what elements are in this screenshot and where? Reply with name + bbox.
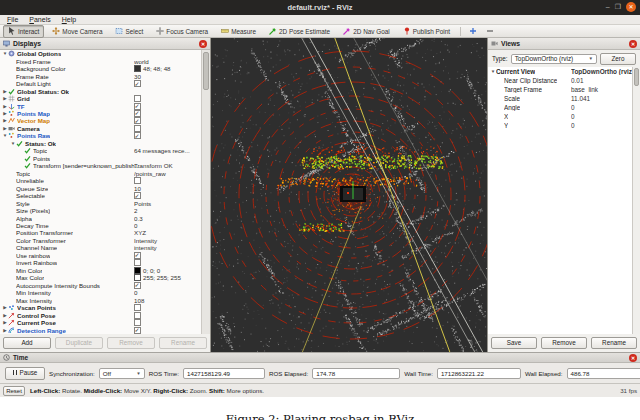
checkbox[interactable]	[134, 103, 141, 110]
checkbox[interactable]	[134, 282, 141, 289]
checkbox[interactable]	[134, 117, 141, 124]
display-row-grid[interactable]: ▶Grid	[0, 95, 202, 102]
displays-panel-header[interactable]: Displays ✕	[0, 38, 210, 50]
property-row-max-color[interactable]: Max Color255; 255; 255	[0, 274, 202, 281]
property-row-x[interactable]: X0	[488, 112, 633, 121]
display-row-tf[interactable]: ▶TF	[0, 102, 202, 109]
views-panel-header[interactable]: Views ✕	[488, 38, 640, 50]
title-bar[interactable]: default.rviz* - RViz – ❐ ✕	[0, 0, 640, 15]
wall-elapsed-field[interactable]: 486.78	[567, 368, 640, 379]
display-row-points-raw[interactable]: ▼Points Raw	[0, 132, 202, 139]
tool-2d-nav-goal[interactable]: 2D Nav Goal	[338, 25, 395, 38]
rename-button[interactable]: Rename	[591, 337, 637, 349]
maximize-icon[interactable]: ❐	[615, 2, 621, 12]
display-row-current-pose[interactable]: ▶Current Pose	[0, 319, 202, 326]
display-row-control-pose[interactable]: ▶Control Pose	[0, 311, 202, 318]
display-row-camera[interactable]: ▶Camera	[0, 125, 202, 132]
property-row-target-frame[interactable]: Target Framebase_link	[488, 85, 633, 94]
minimize-icon[interactable]: –	[606, 2, 610, 12]
checkbox[interactable]	[134, 327, 141, 334]
checkbox[interactable]	[134, 125, 141, 132]
property-row-channel-name[interactable]: Channel Nameintensity	[0, 244, 202, 251]
property-row-color-transformer[interactable]: Color TransformerIntensity	[0, 237, 202, 244]
displays-scrollbar[interactable]	[201, 50, 210, 334]
close-panel-icon[interactable]: ✕	[629, 354, 637, 362]
display-row-vscan-points[interactable]: ▶Vscan Points	[0, 304, 202, 311]
remove-button[interactable]: Remove	[541, 337, 587, 349]
property-row-fixed-frame[interactable]: Fixed Frameworld	[0, 57, 202, 64]
menu-panels[interactable]: Panels	[29, 16, 50, 23]
close-panel-icon[interactable]: ✕	[199, 40, 207, 48]
tool-2d-pose-estimate[interactable]: 2D Pose Estimate	[264, 25, 335, 38]
property-row-max-intensity[interactable]: Max Intensity108	[0, 296, 202, 303]
checkbox[interactable]	[134, 319, 141, 326]
property-row-current-view[interactable]: ▼Current ViewTopDownOrtho (rviz)	[488, 67, 633, 76]
save-button[interactable]: Save	[491, 337, 537, 349]
add-button[interactable]: Add	[3, 337, 51, 349]
property-row-points[interactable]: Points	[0, 155, 202, 162]
close-panel-icon[interactable]: ✕	[629, 40, 637, 48]
pause-button[interactable]: Pause	[5, 367, 45, 380]
wall-time-field[interactable]: 1712863221.22	[437, 368, 521, 379]
checkbox[interactable]	[134, 132, 141, 139]
property-row-angle[interactable]: Angle0	[488, 103, 633, 112]
checkbox[interactable]	[134, 252, 141, 259]
checkbox[interactable]	[134, 95, 141, 102]
3d-viewport[interactable]	[211, 38, 487, 352]
checkbox[interactable]	[134, 312, 141, 319]
display-row-detection-range[interactable]: ▶Detection Range	[0, 326, 202, 333]
property-row-size-pixels[interactable]: Size (Pixels)2	[0, 207, 202, 214]
property-row-style[interactable]: StylePoints	[0, 199, 202, 206]
property-row-selectable[interactable]: Selectable	[0, 192, 202, 199]
property-row-alpha[interactable]: Alpha0.3	[0, 214, 202, 221]
checkbox[interactable]	[134, 304, 141, 311]
checkbox[interactable]	[134, 110, 141, 117]
property-row-decay-time[interactable]: Decay Time0	[0, 222, 202, 229]
tool-focus-camera[interactable]: Focus Camera	[151, 25, 213, 38]
property-row-status-ok[interactable]: ▼Status: Ok	[0, 140, 202, 147]
tool-move-camera[interactable]: Move Camera	[47, 25, 107, 38]
property-row-topic[interactable]: Topic/points_raw	[0, 170, 202, 177]
property-row-transform-sender-unknown-publish[interactable]: Transform [sender=unknown_publish...Tran…	[0, 162, 202, 169]
time-panel-header[interactable]: Time ✕	[0, 353, 640, 363]
ros-elapsed-field[interactable]: 174.78	[312, 368, 400, 379]
view-type-dropdown[interactable]: TopDownOrtho (rviz) ▼	[511, 54, 597, 64]
ros-time-field[interactable]: 1427158129.49	[183, 368, 265, 379]
property-row-scale[interactable]: Scale11.041	[488, 94, 633, 103]
property-row-frame-rate[interactable]: Frame Rate30	[0, 72, 202, 79]
property-row-background-color[interactable]: Background Color48; 48; 48	[0, 65, 202, 72]
close-icon[interactable]: ✕	[626, 2, 636, 12]
display-row-vector-map[interactable]: ▶Vector Map	[0, 117, 202, 124]
tool-measure[interactable]: Measure	[216, 25, 261, 38]
checkbox[interactable]	[134, 192, 141, 199]
views-scrollbar[interactable]	[632, 67, 640, 334]
menu-help[interactable]: Help	[62, 16, 76, 23]
reset-button[interactable]: Reset	[3, 386, 25, 396]
property-row-min-color[interactable]: Min Color0; 0; 0	[0, 267, 202, 274]
tool-publish-point[interactable]: Publish Point	[398, 25, 455, 38]
display-row-global-options[interactable]: ▼Global Options	[0, 50, 202, 57]
tool-select[interactable]: Select	[110, 25, 148, 38]
property-row-position-transformer[interactable]: Position TransformerXYZ	[0, 229, 202, 236]
property-row-min-intensity[interactable]: Min Intensity0	[0, 289, 202, 296]
checkbox[interactable]	[134, 259, 141, 266]
property-row-default-light[interactable]: Default Light	[0, 80, 202, 87]
property-row-queue-size[interactable]: Queue Size10	[0, 184, 202, 191]
property-row-use-rainbow[interactable]: Use rainbow	[0, 252, 202, 259]
display-row-points-map[interactable]: ▶Points Map	[0, 110, 202, 117]
remove-tool-button[interactable]	[483, 25, 497, 37]
sync-dropdown[interactable]: Off ▼	[99, 368, 145, 379]
property-row-topic[interactable]: Topic64 messages rece...	[0, 147, 202, 154]
display-row-global-status-ok[interactable]: ▶Global Status: Ok	[0, 87, 202, 94]
menu-file[interactable]: File	[7, 16, 18, 23]
property-row-y[interactable]: Y0	[488, 121, 633, 130]
zero-button[interactable]: Zero	[600, 53, 636, 65]
checkbox[interactable]	[134, 177, 141, 184]
property-row-near-clip-distance[interactable]: Near Clip Distance0.01	[488, 76, 633, 85]
property-row-autocompute-intensity-bounds[interactable]: Autocompute Intensity Bounds	[0, 282, 202, 289]
property-row-invert-rainbow[interactable]: Invert Rainbow	[0, 259, 202, 266]
add-tool-button[interactable]	[466, 25, 480, 37]
tool-interact[interactable]: Interact	[3, 25, 44, 38]
property-row-unreliable[interactable]: Unreliable	[0, 177, 202, 184]
checkbox[interactable]	[134, 80, 141, 87]
